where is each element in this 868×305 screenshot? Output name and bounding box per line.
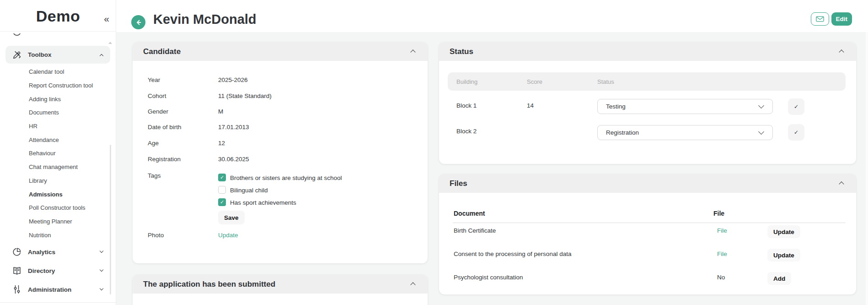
sidebar-item-nutrition[interactable]: Nutrition bbox=[0, 228, 116, 242]
field-label: Registration bbox=[148, 156, 181, 163]
toolbox-subnav: Calendar tool Report Construction tool A… bbox=[0, 64, 116, 243]
sidebar-item-analytics[interactable]: Analytics bbox=[5, 243, 110, 261]
status-select-value: Testing bbox=[606, 103, 759, 110]
tag-checkbox-checked[interactable]: ✓ bbox=[218, 198, 226, 206]
status-select-value: Registration bbox=[606, 129, 759, 136]
sidebar-item-behaviour[interactable]: Behaviour bbox=[0, 147, 116, 160]
sliders-icon bbox=[12, 285, 21, 294]
field-value: 30.06.2025 bbox=[218, 156, 249, 163]
collapse-card-button[interactable] bbox=[839, 47, 844, 57]
envelope-icon bbox=[816, 16, 824, 22]
sidebar-item-report-construction-tool[interactable]: Report Construction tool bbox=[0, 79, 116, 93]
card-title: Files bbox=[450, 179, 467, 188]
field-label: Gender bbox=[148, 108, 168, 115]
tag-checkbox-checked[interactable]: ✓ bbox=[218, 174, 226, 181]
status-select[interactable]: Testing bbox=[597, 99, 773, 114]
sidebar-item-hr[interactable]: HR bbox=[0, 120, 116, 133]
sidebar-item-poll-constructor-tools[interactable]: Poll Constructor tools bbox=[0, 201, 116, 215]
tag-label: Bilingual child bbox=[230, 187, 268, 194]
card-title: Candidate bbox=[143, 47, 181, 56]
column-header: Building bbox=[456, 78, 477, 85]
application-card: The application has been submitted bbox=[133, 275, 428, 305]
confirm-status-button[interactable]: ✓ bbox=[788, 98, 804, 115]
sidebar-item-directory[interactable]: Directory bbox=[5, 261, 110, 280]
check-icon: ✓ bbox=[220, 175, 224, 180]
field-value: M bbox=[218, 108, 223, 115]
sidebar-item-adding-links[interactable]: Adding links bbox=[0, 92, 116, 106]
status-card: Status Building Score Status Block 1 14 … bbox=[439, 42, 856, 164]
tag-checkbox-unchecked[interactable] bbox=[218, 186, 226, 194]
page-scrollbar[interactable] bbox=[866, 32, 868, 305]
sidebar-nav: Toolbox Calendar tool Report Constructio… bbox=[0, 31, 116, 300]
chevron-up-icon bbox=[100, 54, 103, 58]
sidebar-item-chat-management[interactable]: Chat management bbox=[0, 160, 116, 174]
status-table-header: Building Score Status bbox=[448, 72, 846, 91]
status-select[interactable]: Registration bbox=[597, 125, 773, 140]
message-button[interactable] bbox=[811, 12, 829, 26]
chevron-up-icon bbox=[839, 181, 844, 186]
candidate-card: Candidate Year 2025-2026 Cohort 11 (Stat… bbox=[133, 42, 428, 263]
header-actions: Edit bbox=[811, 12, 852, 26]
sidebar-item-admissions[interactable]: Admissions bbox=[0, 187, 116, 201]
collapse-card-button[interactable] bbox=[410, 279, 416, 289]
sidebar-item-toolbox[interactable]: Toolbox bbox=[5, 46, 110, 64]
photo-update-link[interactable]: Update bbox=[218, 232, 238, 239]
sidebar-item-attendance[interactable]: Attendance bbox=[0, 133, 116, 147]
page-title: Kevin McDonald bbox=[153, 12, 257, 27]
sidebar-item-meeting-planner[interactable]: Meeting Planner bbox=[0, 215, 116, 229]
edit-button[interactable]: Edit bbox=[831, 12, 852, 26]
sidebar-item-documents[interactable]: Documents bbox=[0, 106, 116, 120]
document-cell: Psychologist consultation bbox=[454, 274, 523, 281]
sidebar-divider bbox=[0, 302, 116, 303]
app-root: Demo « Toolbox bbox=[0, 0, 868, 305]
document-cell: Birth Certificate bbox=[454, 227, 496, 234]
save-button[interactable]: Save bbox=[218, 211, 245, 224]
sidebar-item-label: Directory bbox=[28, 267, 100, 274]
table-divider bbox=[453, 223, 846, 223]
field-label: Date of birth bbox=[148, 124, 182, 131]
sidebar-item-calendar-tool[interactable]: Calendar tool bbox=[0, 65, 116, 79]
main-area: Kevin McDonald Edit Candidate Ye bbox=[116, 0, 868, 305]
files-card: Files Document File Birth Certificate Fi… bbox=[439, 174, 856, 294]
field-value: 12 bbox=[218, 140, 225, 147]
sidebar-collapse-button[interactable]: « bbox=[102, 12, 111, 25]
app-logo: Demo bbox=[0, 7, 116, 25]
chevron-down-icon bbox=[100, 249, 103, 253]
chevron-up-icon bbox=[410, 49, 415, 54]
column-header: Status bbox=[597, 78, 614, 85]
files-card-header: Files bbox=[439, 174, 856, 193]
document-cell: Consent to the processing of personal da… bbox=[454, 251, 571, 257]
tag-label: Brothers or sisters are studying at scho… bbox=[230, 174, 342, 181]
arrow-left-icon bbox=[135, 19, 142, 26]
chevron-down-icon bbox=[100, 268, 103, 272]
application-card-header: The application has been submitted bbox=[133, 275, 428, 294]
back-button[interactable] bbox=[131, 15, 145, 29]
sidebar-item-label: Analytics bbox=[28, 249, 100, 256]
field-label: Cohort bbox=[148, 93, 166, 99]
update-file-button[interactable]: Update bbox=[767, 249, 800, 261]
confirm-status-button[interactable]: ✓ bbox=[788, 124, 804, 141]
column-header: File bbox=[713, 210, 724, 217]
content-area: Candidate Year 2025-2026 Cohort 11 (Stat… bbox=[116, 32, 868, 305]
collapse-card-button[interactable] bbox=[839, 179, 844, 189]
sidebar-item-administration[interactable]: Administration bbox=[5, 280, 110, 299]
field-value: 2025-2026 bbox=[218, 76, 248, 83]
field-label: Year bbox=[148, 76, 160, 83]
card-title: The application has been submitted bbox=[143, 280, 275, 289]
tag-label: Has sport achievements bbox=[230, 199, 296, 206]
file-link[interactable]: File bbox=[717, 251, 727, 257]
field-label: Photo bbox=[148, 232, 164, 239]
card-title: Status bbox=[450, 47, 473, 56]
sidebar-item-label: Toolbox bbox=[28, 51, 100, 58]
sidebar-item-library[interactable]: Library bbox=[0, 174, 116, 188]
sidebar: Demo « Toolbox bbox=[0, 0, 116, 305]
sidebar-scroll-up-icon[interactable] bbox=[108, 42, 112, 44]
collapse-card-button[interactable] bbox=[410, 47, 416, 57]
sidebar-item-label: Administration bbox=[28, 286, 100, 293]
add-file-button[interactable]: Add bbox=[767, 272, 791, 285]
update-file-button[interactable]: Update bbox=[767, 225, 800, 238]
sidebar-scrollbar[interactable] bbox=[110, 145, 111, 294]
file-link[interactable]: File bbox=[717, 227, 727, 234]
field-value: 11 (State Standard) bbox=[218, 93, 272, 99]
column-header: Document bbox=[454, 210, 485, 217]
